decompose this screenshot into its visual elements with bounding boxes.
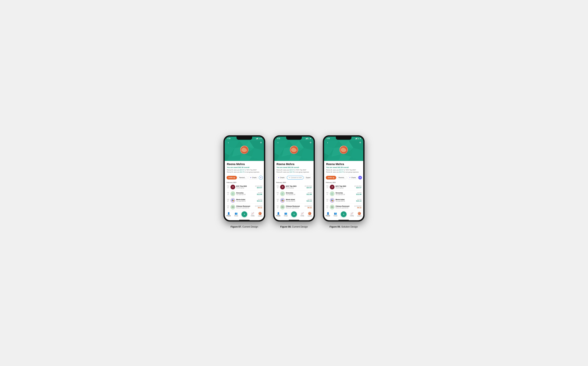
tx-info-0: NYC Trip 2023 Shared group: [286, 185, 304, 189]
status-icons: ▲ ▮: [256, 138, 261, 139]
nav-groups[interactable]: 👥 Groups: [234, 212, 238, 216]
amount-2: $18.79: [290, 171, 294, 173]
tx-info-1: Groceries You paid $25.95: [286, 192, 306, 195]
add-button[interactable]: +: [341, 211, 347, 217]
settings-button[interactable]: ⚙: [359, 141, 361, 144]
caption-fig07: Figure 07. Current Design: [231, 226, 258, 228]
remind-button[interactable]: Remind...: [337, 176, 347, 179]
tx-sub-2: You paid $30.25: [336, 200, 355, 202]
more-button[interactable]: ▼: [259, 176, 263, 180]
profile-info: Reena Mehra You are owed $42.36 overall …: [324, 161, 363, 174]
nav-activity[interactable]: 📈 Activity: [300, 212, 304, 216]
tx-date-1: Feb 17: [326, 192, 329, 195]
tx-amount-0: you are owed $23.57: [354, 185, 362, 189]
transaction-item-1[interactable]: Feb 17 🛒 Groceries You paid $25.95 you l…: [326, 191, 362, 197]
friends-icon: 👤: [227, 212, 230, 215]
add-button[interactable]: +: [241, 211, 247, 217]
bottom-nav: 👤 Friends 👥 Groups + 📈 Activity Account: [324, 210, 363, 219]
back-button[interactable]: ‹: [326, 140, 329, 145]
status-icons: ▲ ▮: [306, 138, 311, 139]
avatar-area: [326, 146, 361, 154]
tx-date-0: Feb 17: [326, 185, 329, 189]
avatar-area: [277, 146, 311, 154]
tx-icon-0: ✈: [330, 185, 334, 189]
tx-icon-2: 🎭: [280, 198, 285, 203]
settings-button[interactable]: ⚙: [260, 141, 262, 144]
back-button[interactable]: ‹: [227, 140, 230, 145]
avatar-area: [227, 146, 262, 154]
debt-detail: Reena M. owes you $23.57 in "NYC Trip 20…: [227, 169, 262, 173]
transaction-item-3[interactable]: Feb 07 🍽 Chinese Resturant Reena M. paid…: [226, 204, 262, 210]
friends-label: Friends: [226, 215, 231, 216]
nav-groups[interactable]: 👥 Groups: [284, 212, 288, 216]
transactions-list: February 2023 Feb 17 ✈ NYC Trip 2023 Sha…: [274, 181, 314, 210]
charts-button[interactable]: ▼ Charts: [347, 176, 357, 179]
nav-account[interactable]: Account: [357, 212, 362, 217]
account-avatar: [308, 212, 311, 215]
groups-icon: 👥: [334, 212, 337, 215]
add-button[interactable]: +: [291, 211, 297, 217]
transaction-item-2[interactable]: Feb 07 🎭 Movie ticket You paid $30.25 yo…: [226, 197, 262, 204]
transaction-item-1[interactable]: Feb 17 🛒 Groceries You paid $25.95 you l…: [226, 191, 262, 197]
tx-name-3: Chinese Resturant: [286, 205, 303, 207]
export-button[interactable]: Export: [304, 176, 312, 179]
tx-sub-3: Reena M. paid $18.65: [336, 207, 353, 209]
nav-friends[interactable]: 👤 Friends: [276, 212, 280, 216]
phone-notch: [236, 137, 252, 140]
action-buttons: Settle up Remind... ▼ Charts ▼: [225, 174, 264, 181]
tx-status-1: you lent: [257, 192, 262, 193]
nav-friends[interactable]: 👤 Friends: [326, 212, 330, 216]
caption-text: Solution Design: [341, 226, 358, 228]
charts-button[interactable]: ▼ Charts: [276, 176, 286, 179]
transaction-item-3[interactable]: Feb 07 🍽 Chinese Resturant Reena M. paid…: [326, 204, 362, 210]
tx-date-2: Feb 07: [326, 199, 329, 202]
convert-button[interactable]: ▼ Convert to USD: [287, 176, 303, 180]
back-button[interactable]: ‹: [277, 140, 279, 145]
transaction-item-0[interactable]: Feb 17 ✈ NYC Trip 2023 Shared group you …: [326, 184, 362, 191]
settings-button[interactable]: ⚙: [310, 141, 311, 144]
caption-fig09: Figure 09. Solution Design: [330, 226, 358, 228]
tx-status-3: you borrowed: [255, 205, 262, 207]
owed-summary: You are owed $42.36 overall: [326, 166, 361, 168]
nav-activity[interactable]: 📈 Activity: [350, 212, 354, 216]
tx-amount-0: you are owed $23.57: [255, 185, 262, 189]
transaction-item-0[interactable]: Feb 17 ✈ NYC Trip 2023 Shared group you …: [226, 184, 262, 191]
transaction-item-2[interactable]: Feb 07 🎭 Movie ticket You paid $30.25 yo…: [276, 197, 312, 204]
groups-icon: 👥: [235, 212, 238, 215]
nav-friends[interactable]: 👤 Friends: [226, 212, 231, 216]
tx-sub-1: You paid $25.95: [336, 194, 355, 195]
amount-2: $18.79: [240, 171, 244, 173]
tx-month: Feb: [276, 205, 279, 207]
transaction-item-3[interactable]: Feb 07 🍽 Chinese Resturant Reena M. paid…: [276, 204, 312, 210]
account-label: Account: [308, 215, 312, 217]
nav-activity[interactable]: 📈 Activity: [251, 212, 255, 216]
tx-date-0: Feb 17: [276, 185, 279, 189]
settle-up-button[interactable]: Settle up: [226, 176, 237, 179]
tx-day: 07: [326, 207, 329, 209]
nav-groups[interactable]: 👥 Groups: [333, 212, 337, 216]
owed-summary: You are owed $42.36 overall: [277, 166, 311, 168]
figure-fig08: 4:31 ▲ ▮ ‹ ⚙: [273, 135, 315, 228]
nav-account[interactable]: Account: [258, 212, 262, 217]
food-icon: 🍽: [281, 206, 284, 208]
tx-amount-2: you lent $15.13: [307, 199, 312, 202]
tx-sub-1: You paid $25.95: [236, 194, 256, 195]
tx-value-1: $12.98: [356, 193, 362, 195]
charts-label: Charts: [252, 177, 256, 179]
more-button[interactable]: ▼: [358, 176, 362, 180]
transaction-item-0[interactable]: Feb 17 ✈ NYC Trip 2023 Shared group you …: [276, 184, 312, 191]
remind-button[interactable]: Remind...: [238, 176, 248, 179]
tx-month: Feb: [276, 199, 279, 200]
status-time: 4:30: [227, 138, 231, 139]
tx-day: 07: [276, 200, 279, 202]
charts-button[interactable]: ▼ Charts: [248, 176, 258, 179]
activity-label: Activity: [300, 215, 304, 216]
tx-month: Feb: [326, 199, 329, 200]
transaction-item-2[interactable]: Feb 07 🎭 Movie ticket You paid $30.25 yo…: [326, 197, 362, 204]
settle-up-button[interactable]: Settle up: [326, 176, 336, 179]
tx-icon-3: 🍽: [330, 205, 334, 209]
tx-name-2: Movie ticket: [336, 199, 355, 200]
tx-sub-2: You paid $30.25: [236, 200, 256, 202]
transaction-item-1[interactable]: Feb 17 🛒 Groceries You paid $25.95 you l…: [276, 191, 312, 197]
nav-account[interactable]: Account: [308, 212, 312, 217]
